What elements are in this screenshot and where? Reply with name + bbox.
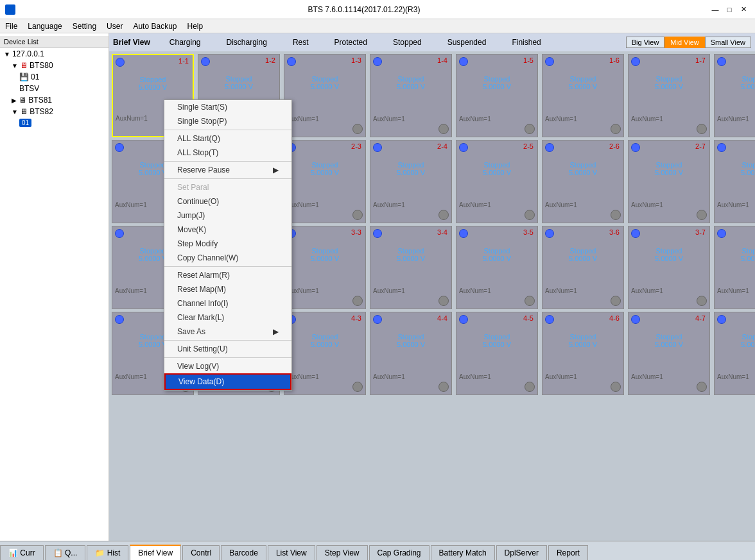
btab-q[interactable]: 📋 Q... (45, 545, 86, 560)
channel-settings-icon[interactable] (438, 124, 449, 134)
ctx-all-stop[interactable]: ALL Stop(T) (164, 146, 291, 160)
channel-settings-icon[interactable] (611, 124, 621, 134)
ctx-clear-mark[interactable]: Clear Mark(L) (164, 310, 291, 325)
channel-cell-3-6[interactable]: 3-6Stopped5.0000 VAuxNum=1 (542, 226, 624, 309)
channel-cell-4-3[interactable]: 4-3Stopped5.0000 VAuxNum=1 (284, 312, 366, 395)
btab-hist[interactable]: 📁 Hist (87, 545, 128, 560)
ctx-continue[interactable]: Continue(O) (164, 194, 291, 208)
channel-cell-1-4[interactable]: 1-4Stopped5.0000 VAuxNum=1 (370, 54, 452, 137)
channel-cell-2-4[interactable]: 2-4Stopped5.0000 VAuxNum=1 (370, 140, 452, 223)
channel-settings-icon[interactable] (611, 210, 621, 220)
sidebar-item-btsv[interactable]: BTSV (0, 83, 108, 94)
ctx-view-data[interactable]: View Data(D) (164, 373, 291, 390)
tab-stopped[interactable]: Stopped (386, 37, 428, 48)
btab-battery-match[interactable]: Battery Match (431, 545, 495, 560)
channel-cell-1-3[interactable]: 1-3Stopped5.0000 VAuxNum=1 (284, 54, 366, 137)
channel-settings-icon[interactable] (438, 382, 449, 392)
channel-cell-1-5[interactable]: 1-5Stopped5.0000 VAuxNum=1 (456, 54, 538, 137)
ctx-reset-alarm[interactable]: Reset Alarm(R) (164, 268, 291, 282)
btab-barcode[interactable]: Barcode (221, 545, 266, 560)
ctx-save-as[interactable]: Save As ▶ (164, 325, 291, 339)
ctx-step-modify[interactable]: Step Modify (164, 237, 291, 251)
btab-list-view[interactable]: List View (268, 545, 315, 560)
channel-settings-icon[interactable] (611, 382, 621, 392)
channel-settings-icon[interactable] (525, 124, 535, 134)
channel-settings-icon[interactable] (438, 296, 449, 306)
btab-cap-grading[interactable]: Cap Grading (369, 545, 430, 560)
channel-settings-icon[interactable] (352, 296, 363, 306)
channel-cell-3-8[interactable]: 3-8Stopped5.0000 VAuxNum=1 (714, 226, 755, 309)
tab-protected[interactable]: Protected (328, 37, 374, 48)
tab-finished[interactable]: Finished (505, 37, 547, 48)
channel-settings-icon[interactable] (611, 296, 621, 306)
channel-settings-icon[interactable] (697, 124, 707, 134)
menu-auto-backup[interactable]: Auto Backup (128, 21, 182, 32)
sidebar-item-ip[interactable]: ▼ 127.0.0.1 (0, 48, 108, 60)
channel-cell-4-8[interactable]: 4-8Stopped5.0000 VAuxNum=1 (714, 312, 755, 395)
small-view-button[interactable]: Small View (705, 37, 751, 48)
menu-setting[interactable]: Setting (67, 21, 101, 32)
channel-cell-2-7[interactable]: 2-7Stopped5.0000 VAuxNum=1 (628, 140, 710, 223)
btab-contrl[interactable]: Contrl (182, 545, 220, 560)
tab-charging[interactable]: Charging (163, 37, 207, 48)
big-view-button[interactable]: Big View (626, 37, 665, 48)
ctx-reserve-pause[interactable]: Reserve Pause ▶ (164, 163, 291, 177)
minimize-button[interactable]: — (709, 3, 722, 16)
ctx-unit-setting[interactable]: Unit Setting(U) (164, 342, 291, 356)
channel-cell-1-8[interactable]: 1-8Stopped5.0000 VAuxNum=1 (714, 54, 755, 137)
channel-settings-icon[interactable] (352, 124, 363, 134)
tab-suspended[interactable]: Suspended (441, 37, 493, 48)
maximize-button[interactable]: □ (723, 3, 736, 16)
mid-view-button[interactable]: Mid View (664, 37, 704, 48)
btab-step-view[interactable]: Step View (317, 545, 368, 560)
channel-settings-icon[interactable] (697, 382, 707, 392)
sidebar-item-bts82[interactable]: ▼ 🖥 BTS82 (0, 106, 108, 117)
ctx-move[interactable]: Move(K) (164, 223, 291, 237)
channel-cell-1-6[interactable]: 1-6Stopped5.0000 VAuxNum=1 (542, 54, 624, 137)
menu-user[interactable]: User (101, 21, 128, 32)
channel-settings-icon[interactable] (525, 382, 535, 392)
channel-settings-icon[interactable] (525, 210, 535, 220)
close-button[interactable]: ✕ (737, 3, 750, 16)
channel-settings-icon[interactable] (697, 296, 707, 306)
ctx-reset-map[interactable]: Reset Map(M) (164, 282, 291, 296)
channel-cell-3-3[interactable]: 3-3Stopped5.0000 VAuxNum=1 (284, 226, 366, 309)
channel-cell-2-3[interactable]: 2-3Stopped5.0000 VAuxNum=1 (284, 140, 366, 223)
channel-cell-4-5[interactable]: 4-5Stopped5.0000 VAuxNum=1 (456, 312, 538, 395)
channel-cell-2-6[interactable]: 2-6Stopped5.0000 VAuxNum=1 (542, 140, 624, 223)
channel-cell-3-4[interactable]: 3-4Stopped5.0000 VAuxNum=1 (370, 226, 452, 309)
channel-settings-icon[interactable] (352, 210, 363, 220)
channel-cell-4-6[interactable]: 4-6Stopped5.0000 VAuxNum=1 (542, 312, 624, 395)
sidebar-item-ch01b[interactable]: 01 (0, 117, 108, 128)
tab-rest[interactable]: Rest (286, 37, 315, 48)
menu-help[interactable]: Help (182, 21, 208, 32)
ctx-view-log[interactable]: View Log(V) (164, 359, 291, 373)
ctx-jump[interactable]: Jump(J) (164, 208, 291, 223)
ctx-copy-channel[interactable]: Copy Channel(W) (164, 251, 291, 265)
sidebar-item-bts81[interactable]: ▶ 🖥 BTS81 (0, 94, 108, 106)
ctx-all-start[interactable]: ALL Start(Q) (164, 132, 291, 146)
channel-settings-icon[interactable] (352, 382, 363, 392)
channel-settings-icon[interactable] (525, 296, 535, 306)
ctx-single-start[interactable]: Single Start(S) (164, 100, 291, 114)
menu-file[interactable]: File (0, 21, 22, 32)
menu-language[interactable]: Language (22, 21, 67, 32)
channel-settings-icon[interactable] (697, 210, 707, 220)
channel-cell-2-8[interactable]: 2-8Stopped5.0000 VAuxNum=1 (714, 140, 755, 223)
channel-cell-2-5[interactable]: 2-5Stopped5.0000 VAuxNum=1 (456, 140, 538, 223)
channel-cell-4-4[interactable]: 4-4Stopped5.0000 VAuxNum=1 (370, 312, 452, 395)
channel-cell-3-7[interactable]: 3-7Stopped5.0000 VAuxNum=1 (628, 226, 710, 309)
channel-cell-3-5[interactable]: 3-5Stopped5.0000 VAuxNum=1 (456, 226, 538, 309)
btab-dpl-server[interactable]: DplServer (496, 545, 547, 560)
channel-settings-icon[interactable] (438, 210, 449, 220)
ctx-single-stop[interactable]: Single Stop(P) (164, 114, 291, 128)
tab-discharging[interactable]: Discharging (220, 37, 273, 48)
btab-curr[interactable]: 📊 Curr (0, 545, 44, 560)
sidebar-item-ch01[interactable]: 💾 01 (0, 71, 108, 83)
btab-brief-view[interactable]: Brief View (130, 545, 181, 560)
btab-report[interactable]: Report (548, 545, 588, 560)
channel-cell-1-7[interactable]: 1-7Stopped5.0000 VAuxNum=1 (628, 54, 710, 137)
channel-cell-4-7[interactable]: 4-7Stopped5.0000 VAuxNum=1 (628, 312, 710, 395)
ctx-channel-info[interactable]: Channel Info(I) (164, 296, 291, 310)
sidebar-item-bts80[interactable]: ▼ 🖥 BTS80 (0, 60, 108, 71)
